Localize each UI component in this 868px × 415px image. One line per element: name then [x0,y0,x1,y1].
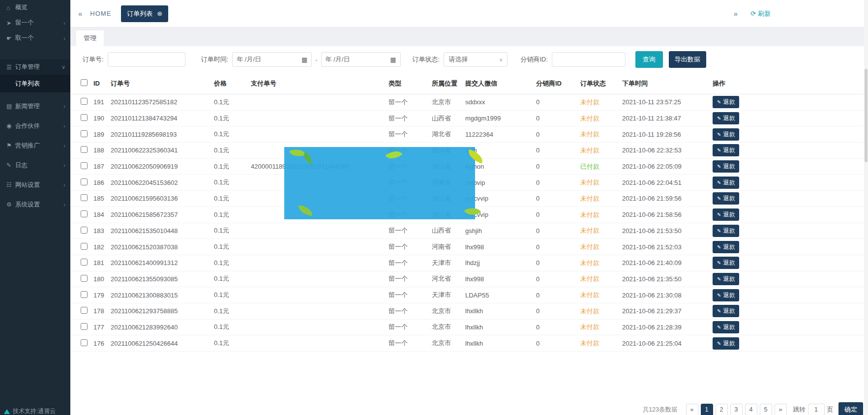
row-checkbox[interactable] [81,243,88,250]
sidebar-lower-group: ▤ 新闻管理 ‹ ◉ 合作伙伴 ‹ ⚑ 营销推广 ‹ ✎ 日志 ‹ ☷ 网站设置 [0,96,70,214]
date-to-input[interactable]: 年 /月/日 ▦ [321,52,401,67]
refund-button[interactable]: ✎ 退款 [713,321,739,333]
pagination-page-2[interactable]: 2 [716,404,728,415]
row-checkbox[interactable] [81,162,88,169]
row-checkbox[interactable] [81,307,88,314]
order-no-input[interactable] [108,52,185,67]
export-data-button[interactable]: 导出数据 [669,51,706,68]
header-location: 所属位置 [432,79,465,88]
sidebar-item-system-settings[interactable]: ⚙ 系统设置 ‹ [0,195,70,214]
refund-button[interactable]: ✎ 退款 [713,305,739,317]
close-tab-icon[interactable]: ⊗ [157,10,162,17]
refund-button[interactable]: ✎ 退款 [713,225,739,237]
pagination-prev[interactable]: « [686,404,698,415]
refund-button[interactable]: ✎ 退款 [713,144,739,156]
distributor-id-input[interactable] [552,52,626,67]
cell-order-no: 2021100621283992640 [111,324,214,331]
sitemap-icon: ☷ [6,181,15,188]
refund-button[interactable]: ✎ 退款 [713,337,739,350]
edit-icon: ✎ [717,99,721,105]
refund-button[interactable]: ✎ 退款 [713,241,739,253]
row-checkbox[interactable] [81,259,88,266]
date-from-input[interactable]: 年 /月/日 ▦ [232,52,312,67]
confirm-jump-button[interactable]: 确定 [838,402,863,415]
cell-type: 留一个 [389,242,432,251]
refund-button[interactable]: ✎ 退款 [713,177,739,189]
row-checkbox[interactable] [81,114,88,121]
cell-order-time: 2021-10-11 21:38:47 [622,115,713,122]
header-order-no: 订单号 [111,79,214,88]
cell-id: 185 [93,195,111,202]
row-checkbox[interactable] [81,291,88,298]
pagination-next[interactable]: » [775,404,787,415]
tab-order-list[interactable]: 订单列表 ⊗ [121,5,168,22]
cell-order-no: 2021100621300883015 [111,292,214,299]
refresh-icon: ⟳ [750,10,756,17]
sidebar-item-liuyige[interactable]: ➤ 留一个 ‹ [0,15,70,30]
sidebar-item-order-list[interactable]: 订单列表 [0,75,70,92]
cell-order-time: 2021-10-06 22:04:51 [622,179,713,186]
pagination-page-4[interactable]: 4 [745,404,757,415]
refund-button[interactable]: ✎ 退款 [713,112,739,124]
sidebar-item-overview[interactable]: ⌂ 概览 [0,0,70,15]
edit-icon: ✎ [717,325,721,330]
cell-order-time: 2021-10-06 21:59:56 [622,195,713,202]
refund-button[interactable]: ✎ 退款 [713,208,739,221]
edit-icon: ✎ [717,180,721,185]
row-checkbox[interactable] [81,339,88,346]
table-row: 183 2021100621535010448 0.1元 留一个 山西省 gsh… [70,223,868,239]
refund-button[interactable]: ✎ 退款 [713,192,739,205]
tabs-scroll-right-icon[interactable]: » [734,9,738,18]
sidebar-item-marketing[interactable]: ⚑ 营销推广 ‹ [0,136,70,155]
edit-icon: ✎ [717,260,721,266]
scrollbar-thumb[interactable] [865,69,868,162]
row-checkbox[interactable] [81,323,88,330]
row-checkbox[interactable] [81,275,88,282]
cell-distributor-id: 0 [536,259,580,267]
row-checkbox[interactable] [81,98,88,105]
pagination-page-3[interactable]: 3 [730,404,743,415]
cell-status: 未付款 [580,259,622,267]
sidebar-item-partners[interactable]: ◉ 合作伙伴 ‹ [0,116,70,136]
tabs-scroll-left-icon[interactable]: « [78,9,82,18]
refresh-button[interactable]: ⟳ 刷新 [750,9,771,18]
row-checkbox[interactable] [81,210,88,217]
sidebar-item-quyige[interactable]: ☛ 取一个 ‹ [0,30,70,46]
vertical-scrollbar[interactable] [864,0,868,415]
refund-button[interactable]: ✎ 退款 [713,289,739,301]
refund-button[interactable]: ✎ 退款 [713,160,739,173]
row-checkbox[interactable] [81,130,88,137]
jump-page-input[interactable] [808,404,825,415]
toolbar-right: » ⟳ 刷新 [734,9,771,18]
refund-button[interactable]: ✎ 退款 [713,96,739,108]
cell-distributor-id: 0 [536,292,580,299]
refund-label: 退款 [723,194,735,203]
cell-type: 留一个 [389,274,432,283]
refund-button[interactable]: ✎ 退款 [713,128,739,141]
search-button[interactable]: 查询 [635,51,663,68]
order-status-select[interactable]: 请选择 ∨ [444,52,508,67]
row-checkbox[interactable] [81,178,88,185]
cell-distributor-id: 0 [536,195,580,202]
sidebar-item-news[interactable]: ▤ 新闻管理 ‹ [0,96,70,116]
cell-wechat: lhxllkh [465,324,536,331]
sidebar-item-site-settings[interactable]: ☷ 网站设置 ‹ [0,175,70,195]
row-checkbox[interactable] [81,227,88,234]
sidebar-item-order-management[interactable]: ☰ 订单管理 ∨ [0,59,70,75]
edit-icon: ✎ [717,116,721,121]
cell-type: 留一个 [389,259,432,267]
refund-button[interactable]: ✎ 退款 [713,273,739,285]
select-all-checkbox[interactable] [81,79,88,86]
row-checkbox[interactable] [81,146,88,153]
pagination-page-1[interactable]: 1 [701,404,713,415]
cell-price: 0.1元 [214,339,251,348]
refund-button[interactable]: ✎ 退款 [713,257,739,269]
pagination-page-5[interactable]: 5 [760,404,772,415]
cell-status: 未付款 [580,323,622,331]
tab-manage[interactable]: 管理 [76,30,104,46]
sidebar-item-logs[interactable]: ✎ 日志 ‹ [0,155,70,175]
row-checkbox[interactable] [81,194,88,201]
cell-distributor-id: 0 [536,211,580,218]
tab-home[interactable]: HOME [90,10,111,17]
cell-location: 山西省 [432,226,465,235]
